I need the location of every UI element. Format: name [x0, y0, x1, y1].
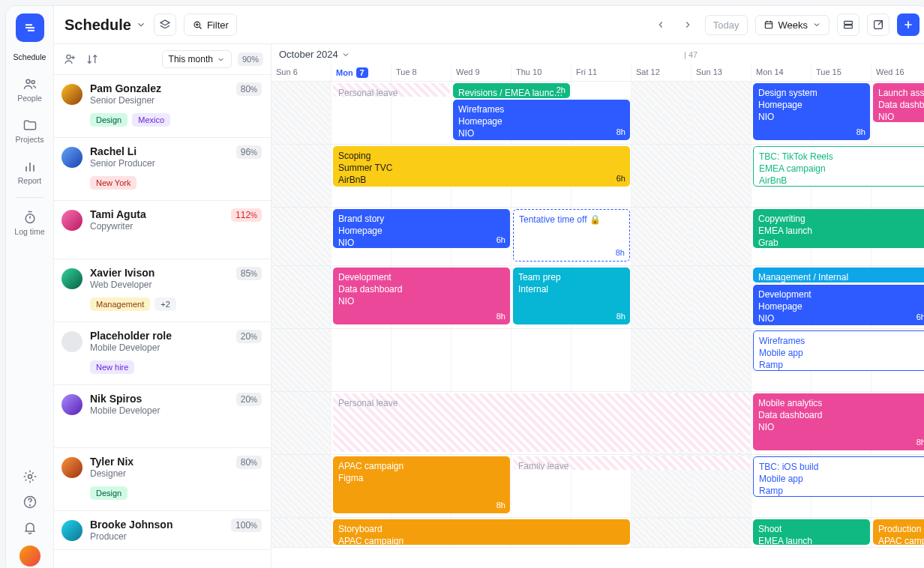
- bell-icon[interactable]: [22, 520, 38, 535]
- nav-schedule[interactable]: Schedule: [6, 45, 53, 69]
- person-tag[interactable]: Mexico: [132, 113, 170, 127]
- month-selector[interactable]: October 2024 | 47: [272, 44, 924, 64]
- calendar-icon: [764, 19, 774, 30]
- person-tag[interactable]: Management: [90, 297, 150, 311]
- task-block[interactable]: WireframesMobile appRamp: [753, 330, 924, 371]
- person-utilization: 80%: [236, 456, 262, 469]
- task-block[interactable]: Team prepInternal8h: [513, 268, 630, 324]
- nav-projects[interactable]: Projects: [6, 110, 53, 151]
- task-block[interactable]: Tentative time off 🔒8h: [513, 209, 630, 262]
- person-tag[interactable]: New hire: [90, 360, 134, 374]
- user-avatar[interactable]: [20, 546, 40, 567]
- person-utilization: 20%: [236, 330, 262, 343]
- page-title-dropdown[interactable]: Schedule: [64, 16, 146, 34]
- person-name: Rachel Li: [90, 145, 229, 157]
- person-utilization: 80%: [236, 82, 262, 96]
- task-block[interactable]: TBC: iOS buildMobile appRamp: [753, 456, 924, 497]
- sidebar: Schedule People Projects Report Log time: [6, 6, 54, 568]
- people-column: This month 90% Pam Gonzalez Senior Desig…: [54, 44, 272, 568]
- task-block[interactable]: APAC campaignFigma8h: [333, 456, 510, 513]
- person-role: Senior Designer: [90, 95, 229, 106]
- task-block[interactable]: Mobile analyticsData dashboardNIO8h: [753, 393, 924, 450]
- person-tag[interactable]: Design: [90, 486, 128, 500]
- range-selector[interactable]: This month: [162, 50, 232, 68]
- nav-report[interactable]: Report: [6, 151, 53, 193]
- person-tag[interactable]: +2: [154, 297, 176, 311]
- calendar-row: WireframesMobile appRamp: [272, 329, 924, 392]
- sort-button[interactable]: [84, 51, 100, 67]
- person-role: Designer: [90, 468, 229, 479]
- filter-icon: [192, 19, 203, 31]
- task-block[interactable]: DevelopmentData dashboardNIO8h: [333, 268, 510, 324]
- task-block[interactable]: TBC: TikTok ReelsEMEA campaignAirBnB: [753, 146, 924, 187]
- app-logo[interactable]: [16, 13, 44, 42]
- task-block[interactable]: Management / Internal: [753, 268, 924, 283]
- prev-button[interactable]: [651, 15, 670, 34]
- task-block[interactable]: ProductionAPAC campaign: [873, 519, 924, 545]
- today-button[interactable]: Today: [705, 15, 748, 35]
- chevron-down-icon: [341, 50, 350, 59]
- person-row[interactable]: Placeholder role Mobile Developer New hi…: [54, 322, 271, 385]
- svg-marker-14: [160, 20, 170, 25]
- gear-icon[interactable]: [22, 469, 38, 484]
- person-tag[interactable]: Design: [90, 113, 128, 127]
- task-block[interactable]: Personal leave: [333, 83, 450, 97]
- person-name: Tami Aguta: [90, 208, 224, 220]
- svg-line-16: [200, 27, 202, 29]
- person-row[interactable]: Pam Gonzalez Senior Designer DesignMexic…: [54, 75, 271, 138]
- task-block[interactable]: Launch assetsData dashboardNIO: [873, 83, 924, 122]
- task-block[interactable]: ScopingSummer TVCAirBnB6h: [333, 146, 630, 187]
- task-block[interactable]: Revisions / EMEA launch / Grab2h: [453, 83, 570, 98]
- expand-button[interactable]: [867, 13, 890, 36]
- person-role: Copywriter: [90, 221, 224, 232]
- nav-people[interactable]: People: [6, 69, 53, 110]
- calendar-row: APAC campaignFigma8hFamily leaveTBC: iOS…: [272, 455, 924, 518]
- svg-point-13: [29, 505, 30, 506]
- person-utilization: 112%: [231, 208, 262, 222]
- task-block[interactable]: ShootEMEA launch: [753, 519, 870, 545]
- add-person-button[interactable]: [62, 51, 78, 67]
- calendar-row: DevelopmentData dashboardNIO8hTeam prepI…: [272, 266, 924, 329]
- chevron-down-icon: [812, 20, 821, 29]
- rows-icon: [842, 19, 854, 31]
- layers-button[interactable]: [154, 13, 176, 36]
- person-avatar: [62, 457, 82, 478]
- next-button[interactable]: [678, 15, 698, 34]
- person-avatar: [62, 268, 82, 289]
- task-block[interactable]: Family leave: [513, 456, 750, 470]
- nav-logtime[interactable]: Log time: [6, 202, 53, 244]
- view-selector[interactable]: Weeks: [755, 15, 830, 35]
- person-avatar: [62, 147, 82, 168]
- task-block[interactable]: Personal leave: [333, 393, 750, 452]
- add-button[interactable]: [897, 13, 920, 36]
- task-block[interactable]: Design systemHomepageNIO8h: [753, 83, 870, 140]
- day-header: Sun 6: [272, 64, 332, 81]
- chevron-down-icon: [136, 19, 146, 30]
- task-block[interactable]: DevelopmentHomepageNIO6h: [753, 285, 924, 325]
- density-button[interactable]: [837, 13, 860, 36]
- day-header: Fri 11: [572, 64, 632, 81]
- person-row[interactable]: Rachel Li Senior Producer New York 96%: [54, 138, 271, 201]
- svg-point-4: [32, 80, 34, 83]
- task-block[interactable]: StoryboardAPAC campaign: [333, 519, 630, 545]
- person-row[interactable]: Tyler Nix Designer Design 80%: [54, 448, 271, 511]
- day-header: Tue 15: [812, 64, 872, 81]
- person-name: Brooke Johnson: [90, 519, 224, 531]
- people-icon: [22, 76, 38, 91]
- person-row[interactable]: Nik Spiros Mobile Developer 20%: [54, 385, 271, 448]
- person-name: Xavier Ivison: [90, 267, 229, 279]
- person-row[interactable]: Xavier Ivison Web Developer Management+2…: [54, 259, 271, 322]
- person-row[interactable]: Tami Aguta Copywriter 112%: [54, 201, 271, 259]
- topbar: Schedule Filter Today Weeks: [54, 6, 924, 44]
- help-icon[interactable]: [22, 495, 38, 510]
- svg-rect-24: [844, 25, 853, 28]
- day-header: Thu 10: [512, 64, 572, 81]
- person-utilization: 96%: [236, 145, 262, 159]
- filter-button[interactable]: Filter: [184, 13, 237, 36]
- task-block[interactable]: WireframesHomepageNIO8h: [453, 100, 630, 140]
- task-block[interactable]: CopywritingEMEA launchGrab: [753, 209, 924, 248]
- person-tag[interactable]: New York: [90, 176, 136, 190]
- task-block[interactable]: Brand storyHomepageNIO6h: [333, 209, 510, 248]
- person-row[interactable]: Brooke Johnson Producer 100%: [54, 511, 271, 550]
- person-utilization: 85%: [236, 267, 262, 280]
